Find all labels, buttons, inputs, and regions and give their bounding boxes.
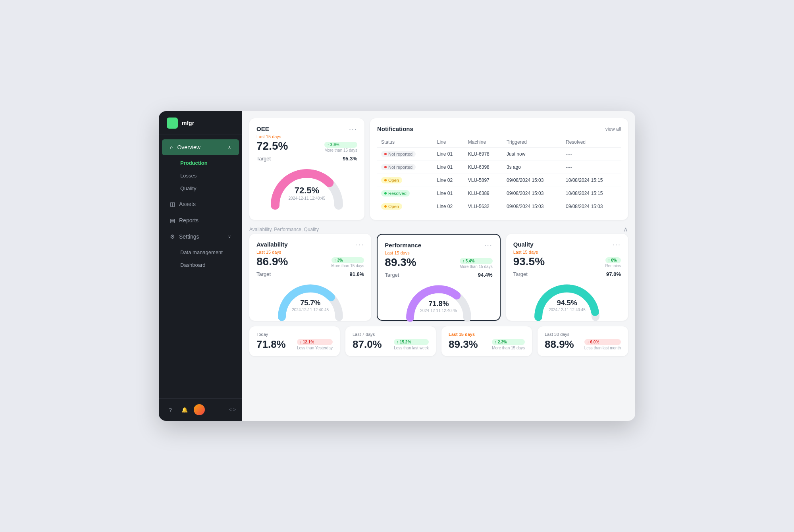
cell-status: Not reported xyxy=(377,148,433,161)
col-line: Line xyxy=(433,137,464,148)
performance-change: ↑ 5.4% xyxy=(460,258,493,264)
performance-menu[interactable]: ··· xyxy=(484,242,493,249)
sidebar-item-data-management[interactable]: Data management xyxy=(162,246,239,258)
assets-icon: ◫ xyxy=(170,201,175,207)
performance-target-value: 94.4% xyxy=(478,272,493,278)
stat-period: Today xyxy=(256,332,333,337)
stat-period: Last 30 days xyxy=(545,332,621,337)
stat-change-block: ↓ 12.1% Less than Yesterday xyxy=(297,339,333,350)
view-all-link[interactable]: view all xyxy=(605,126,621,132)
cell-machine: KLU-6978 xyxy=(464,148,503,161)
overview-label: Overview xyxy=(177,144,200,150)
logo-text: mfgr xyxy=(182,120,194,126)
table-row: Resolved Line 01 KLU-6389 09/08/2024 15:… xyxy=(377,187,621,200)
sidebar-item-overview[interactable]: ⌂ Overview ∧ xyxy=(162,139,239,155)
performance-target-label: Target xyxy=(385,272,399,278)
stat-value-row: 87.0% ↑ 15.2% Less than last week xyxy=(353,338,429,351)
stat-value-row: 89.3% ↑ 2.3% More than 15 days xyxy=(449,338,525,351)
status-badge: Not reported xyxy=(381,151,416,157)
availability-menu[interactable]: ··· xyxy=(356,241,364,248)
quality-gauge-value: 94.5% xyxy=(549,299,586,307)
collapse-icon[interactable]: ∧ xyxy=(623,226,628,233)
status-badge: Open xyxy=(381,203,402,210)
stat-value: 87.0% xyxy=(353,338,382,351)
stat-period: Last 15 days xyxy=(449,332,525,337)
availability-value: 86.9% xyxy=(256,255,288,268)
status-badge: Not reported xyxy=(381,164,416,170)
performance-value: 89.3% xyxy=(385,256,416,269)
sidebar-item-losses[interactable]: Losses xyxy=(162,170,239,182)
quality-value: 93.5% xyxy=(513,255,545,268)
quality-menu[interactable]: ··· xyxy=(613,241,621,248)
oee-compare-label: More than 15 days xyxy=(324,148,357,152)
help-icon[interactable]: ? xyxy=(165,405,175,415)
quality-compare: Remains xyxy=(605,264,621,268)
chevron-up-icon: ∧ xyxy=(228,145,231,150)
cell-status: Resolved xyxy=(377,187,433,200)
col-resolved: Resolved xyxy=(562,137,621,148)
availability-gauge-date: 2024-12-11 12:40:45 xyxy=(292,308,329,312)
sidebar-item-production[interactable]: Production xyxy=(162,157,239,169)
availability-compare: More than 15 days xyxy=(331,264,364,268)
cell-triggered: 09/08/2024 15:03 xyxy=(503,200,562,213)
notification-icon[interactable]: 🔔 xyxy=(179,405,190,415)
oee-target-value: 95.3% xyxy=(343,156,357,162)
stat-change-label: Less than last week xyxy=(394,346,429,350)
quality-card: Quality ··· Last 15 days 93.5% ↑ 0% Rema… xyxy=(506,234,628,321)
sidebar-item-assets[interactable]: ◫ Assets xyxy=(162,196,239,212)
oee-target-label: Target xyxy=(256,156,271,162)
performance-period: Last 15 days xyxy=(385,251,492,255)
stat-change-label: Less than Yesterday xyxy=(297,346,333,350)
cell-resolved: ---- xyxy=(562,161,621,174)
stat-change-label: More than 15 days xyxy=(492,346,525,350)
top-row: OEE ··· Last 15 days 72.5% ↑ 3.9% More t… xyxy=(249,118,628,220)
sidebar-toggle[interactable]: < > xyxy=(229,407,236,412)
cell-machine: KLU-6398 xyxy=(464,161,503,174)
cell-triggered: Just now xyxy=(503,148,562,161)
sidebar-item-settings[interactable]: ⚙ Settings ∨ xyxy=(162,229,239,245)
sidebar-item-quality[interactable]: Quality xyxy=(162,182,239,195)
notif-header: Notifications view all xyxy=(377,125,621,132)
avatar[interactable] xyxy=(194,404,205,415)
settings-icon: ⚙ xyxy=(170,233,175,240)
chevron-down-icon: ∨ xyxy=(228,234,231,239)
col-status: Status xyxy=(377,137,433,148)
cell-resolved: 10/08/2024 15:15 xyxy=(562,187,621,200)
stat-card-2: Last 15 days 89.3% ↑ 2.3% More than 15 d… xyxy=(441,326,532,356)
availability-card: Availability ··· Last 15 days 86.9% ↑ 3%… xyxy=(249,234,371,321)
availability-period: Last 15 days xyxy=(256,250,364,254)
stat-value-row: 88.9% ↓ 6.0% Less than last month xyxy=(545,338,621,351)
table-row: Not reported Line 01 KLU-6398 3s ago ---… xyxy=(377,161,621,174)
performance-gauge-value: 71.8% xyxy=(420,300,457,308)
quality-change: ↑ 0% xyxy=(605,257,621,263)
settings-label: Settings xyxy=(179,233,199,240)
col-machine: Machine xyxy=(464,137,503,148)
stat-change-block: ↑ 2.3% More than 15 days xyxy=(492,339,525,350)
quality-target-label: Target xyxy=(513,271,528,277)
performance-gauge: 71.8% 2024-12-11 12:40:45 xyxy=(385,282,492,313)
cell-resolved: ---- xyxy=(562,148,621,161)
performance-title: Performance xyxy=(385,242,421,249)
availability-gauge-value: 75.7% xyxy=(292,299,329,307)
main-content: OEE ··· Last 15 days 72.5% ↑ 3.9% More t… xyxy=(242,111,635,421)
oee-card-header: OEE ··· xyxy=(256,125,357,133)
stat-card-3: Last 30 days 88.9% ↓ 6.0% Less than last… xyxy=(538,326,628,356)
oee-change-badge: ↑ 3.9% xyxy=(324,142,357,148)
notifications-card: Notifications view all Status Line Machi… xyxy=(370,118,628,220)
availability-title: Availability xyxy=(256,241,288,248)
home-icon: ⌂ xyxy=(170,144,173,150)
sidebar: mfgr ⌂ Overview ∧ Production Losses Qual… xyxy=(159,111,242,421)
stat-value-row: 71.8% ↓ 12.1% Less than Yesterday xyxy=(256,338,333,351)
sidebar-logo: mfgr xyxy=(159,111,242,135)
stat-card-0: Today 71.8% ↓ 12.1% Less than Yesterday xyxy=(249,326,340,356)
sidebar-footer: ? 🔔 < > xyxy=(159,398,242,421)
sidebar-item-reports[interactable]: ▤ Reports xyxy=(162,212,239,228)
sidebar-sub-overview: Production Losses Quality xyxy=(159,156,242,196)
cell-triggered: 09/08/2024 15:03 xyxy=(503,187,562,200)
stat-value: 71.8% xyxy=(256,338,286,351)
availability-target-value: 91.6% xyxy=(349,271,364,277)
cell-triggered: 3s ago xyxy=(503,161,562,174)
oee-menu[interactable]: ··· xyxy=(349,125,357,133)
sidebar-item-dashboard[interactable]: Dashboard xyxy=(162,259,239,271)
quality-target-value: 97.0% xyxy=(606,271,621,277)
